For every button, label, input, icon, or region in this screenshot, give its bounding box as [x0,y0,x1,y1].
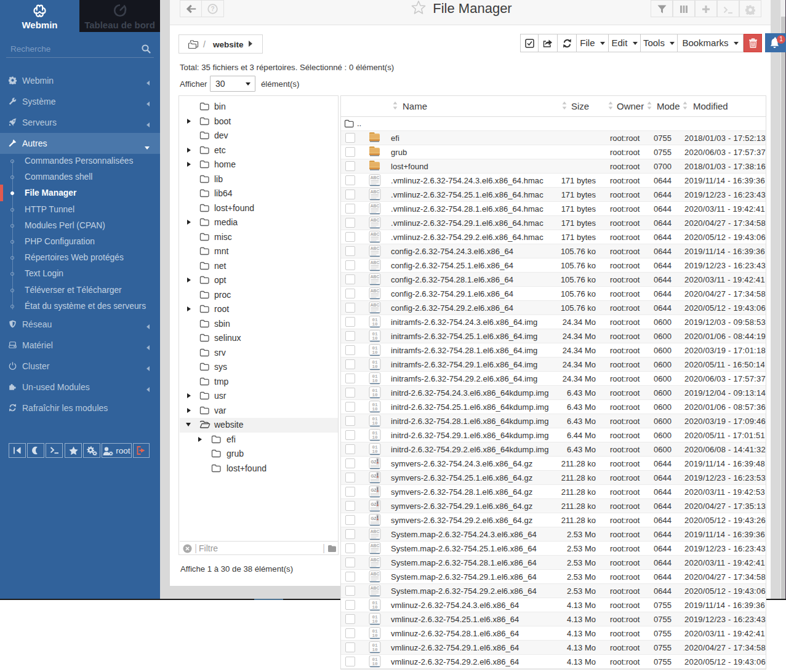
svg-text:ABC: ABC [371,558,380,562]
svg-text:ABC: ABC [371,190,380,194]
svg-text:10: 10 [372,350,378,355]
svg-text:GZ: GZ [371,474,376,478]
svg-text:ABC: ABC [371,232,380,236]
svg-text:GZ: GZ [371,516,376,521]
svg-text:10: 10 [372,435,378,440]
svg-text:ABC: ABC [371,289,380,293]
svg-text:ABC: ABC [371,260,380,265]
svg-text:ABC: ABC [371,246,380,250]
svg-text:10: 10 [372,662,378,666]
svg-text:ABC: ABC [371,543,380,548]
svg-text:ABC: ABC [371,274,380,279]
svg-text:10: 10 [372,364,378,369]
svg-text:ABC: ABC [371,218,380,222]
svg-text:10: 10 [372,619,378,624]
svg-text:GZ: GZ [371,488,376,492]
svg-text:ABC: ABC [371,572,380,576]
svg-text:?: ? [211,6,214,12]
svg-text:ABC: ABC [371,175,380,180]
svg-text:ABC: ABC [371,529,380,534]
svg-text:10: 10 [372,421,378,426]
svg-text:10: 10 [372,407,378,412]
svg-text:10: 10 [372,378,378,383]
svg-text:10: 10 [372,605,378,610]
svg-text:ABC: ABC [371,204,380,208]
svg-text:10: 10 [372,633,378,638]
svg-text:10: 10 [372,322,378,327]
svg-text:10: 10 [372,647,378,652]
svg-text:GZ: GZ [371,460,376,464]
svg-text:ABC: ABC [371,586,380,590]
svg-text:10: 10 [372,336,378,341]
svg-text:GZ: GZ [371,502,376,506]
svg-text:10: 10 [372,449,378,454]
svg-text:ABC: ABC [371,303,380,307]
svg-text:10: 10 [372,393,378,398]
